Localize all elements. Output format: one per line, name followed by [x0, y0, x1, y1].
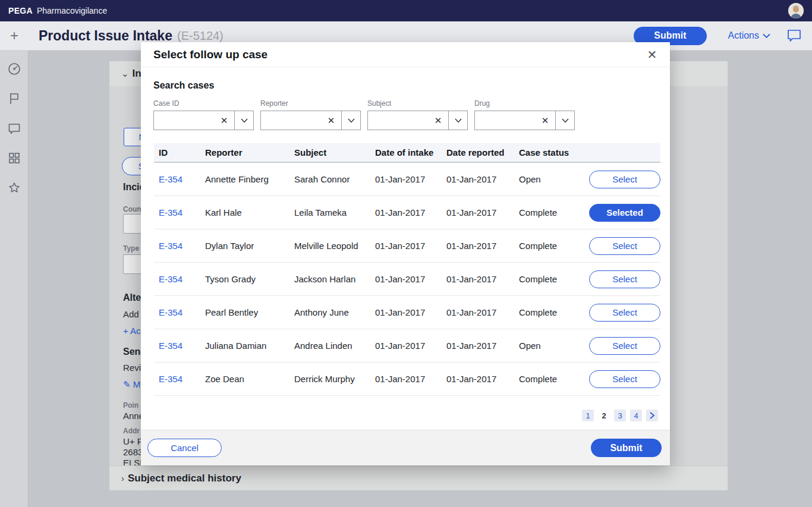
section-title: In: [133, 68, 141, 80]
case-id-link[interactable]: E-354: [159, 207, 182, 218]
select-button[interactable]: Select: [589, 237, 660, 255]
date-reported-cell: 01-Jan-2017: [446, 374, 519, 384]
star-icon[interactable]: [8, 181, 21, 194]
comments-icon[interactable]: [787, 29, 801, 42]
table-row: E-354 Dylan Taylor Melville Leopold 01-J…: [154, 229, 660, 263]
filter-label: Case ID: [153, 99, 254, 108]
case-id-cell: E-354: [159, 207, 205, 218]
filter-label: Subject: [367, 99, 468, 108]
select-follow-up-case-modal: Select follow up case ✕ Search cases Cas…: [141, 42, 670, 465]
case-id-input[interactable]: [154, 111, 214, 130]
date-of-intake-cell: 01-Jan-2017: [375, 274, 446, 284]
page-3-button[interactable]: 3: [614, 410, 626, 421]
case-id-cell: E-354: [159, 274, 205, 284]
table-row: E-354 Tyson Grady Jackson Harlan 01-Jan-…: [154, 263, 660, 296]
case-status-cell: Complete: [519, 241, 588, 251]
select-button[interactable]: Select: [589, 171, 660, 188]
cases-table: ID Reporter Subject Date of intake Date …: [154, 143, 660, 396]
reporter-input[interactable]: [261, 111, 321, 130]
address-line-2: 2683: [123, 447, 143, 457]
filter-reporter: Reporter ✕: [260, 99, 361, 130]
add-tab-icon[interactable]: +: [0, 27, 29, 44]
select-button[interactable]: Select: [589, 370, 660, 388]
table-row: E-354 Karl Hale Leila Tameka 01-Jan-2017…: [154, 196, 660, 229]
subject-cell: Leila Tameka: [294, 207, 375, 218]
dropdown-chevron-icon[interactable]: [341, 111, 360, 130]
col-header-date-reported: Date reported: [446, 147, 519, 158]
date-of-intake-cell: 01-Jan-2017: [375, 307, 446, 317]
case-id-link[interactable]: E-354: [159, 274, 182, 284]
gauge-icon[interactable]: [8, 62, 21, 75]
app-name: Pharmacovigilance: [37, 6, 107, 15]
col-header-date-of-intake: Date of intake: [375, 147, 446, 158]
pagination: 1 2 3 4: [153, 410, 658, 421]
type-label: Type: [123, 244, 139, 253]
case-id-link[interactable]: E-354: [159, 241, 182, 251]
add-action-link[interactable]: + Ac: [123, 326, 141, 336]
reporter-cell: Karl Hale: [205, 207, 294, 218]
close-icon[interactable]: ✕: [644, 46, 660, 63]
address-label: Addr: [123, 427, 140, 435]
case-id-link[interactable]: E-354: [159, 307, 182, 317]
grid-icon[interactable]: [8, 152, 21, 165]
table-row: E-354 Juliana Damian Andrea Linden 01-Ja…: [154, 329, 660, 363]
table-row: E-354 Zoe Dean Derrick Murphy 01-Jan-201…: [154, 363, 660, 396]
case-id-link[interactable]: E-354: [159, 341, 182, 351]
select-button[interactable]: Select: [589, 337, 660, 355]
date-reported-cell: 01-Jan-2017: [446, 241, 519, 251]
filter-label: Reporter: [260, 99, 361, 108]
top-app-bar: PEGA Pharmacovigilance: [0, 0, 812, 21]
case-status-cell: Complete: [519, 374, 588, 384]
alternate-heading: Alte: [123, 292, 141, 303]
next-page-icon[interactable]: [646, 410, 658, 421]
reporter-cell: Pearl Bentley: [205, 307, 294, 317]
comment-icon[interactable]: [8, 122, 21, 135]
clear-icon[interactable]: ✕: [428, 111, 448, 130]
section-header-subject-medical-history[interactable]: › Subject medical history: [109, 465, 728, 490]
page-title: Product Issue Intake: [39, 28, 172, 44]
dropdown-chevron-icon[interactable]: [234, 111, 253, 130]
select-button[interactable]: Select: [589, 270, 660, 288]
page-1-button[interactable]: 1: [582, 410, 594, 421]
date-of-intake-cell: 01-Jan-2017: [375, 174, 446, 184]
cancel-button[interactable]: Cancel: [147, 439, 222, 457]
reporter-cell: Juliana Damian: [205, 341, 294, 351]
review-text: Revi: [123, 363, 141, 373]
modal-submit-button[interactable]: Submit: [591, 439, 662, 457]
date-of-intake-cell: 01-Jan-2017: [375, 341, 446, 351]
table-row: E-354 Annette Finberg Sarah Connor 01-Ja…: [154, 163, 660, 196]
drug-input[interactable]: [475, 111, 535, 130]
select-button[interactable]: Select: [589, 304, 660, 322]
filter-subject: Subject ✕: [367, 99, 468, 130]
case-id-link[interactable]: E-354: [159, 374, 182, 384]
clear-icon[interactable]: ✕: [214, 111, 234, 130]
page-2-current: 2: [598, 410, 610, 421]
date-reported-cell: 01-Jan-2017: [446, 307, 519, 317]
case-id-cell: E-354: [159, 307, 205, 317]
brand-logo: PEGA: [8, 6, 33, 15]
clear-icon[interactable]: ✕: [321, 111, 341, 130]
flag-icon[interactable]: [8, 92, 21, 105]
clear-icon[interactable]: ✕: [535, 111, 555, 130]
subject-input[interactable]: [368, 111, 428, 130]
subject-cell: Derrick Murphy: [294, 374, 375, 384]
modal-body: Search cases Case ID ✕ Reporter ✕: [141, 67, 670, 430]
case-id-link[interactable]: E-354: [159, 174, 182, 184]
case-status-cell: Complete: [519, 274, 588, 284]
col-header-case-status: Case status: [519, 147, 588, 158]
case-status-cell: Complete: [519, 207, 588, 218]
country-label: Coun: [123, 205, 141, 213]
case-id-badge: (E-5124): [177, 29, 224, 43]
edit-link[interactable]: ✎ M: [123, 379, 140, 390]
dropdown-chevron-icon[interactable]: [448, 111, 467, 130]
selected-button[interactable]: Selected: [589, 204, 660, 222]
filter-case-id: Case ID ✕: [153, 99, 254, 130]
modal-title: Select follow up case: [153, 48, 644, 61]
dropdown-chevron-icon[interactable]: [555, 111, 574, 130]
user-avatar[interactable]: [788, 3, 804, 18]
page-4-button[interactable]: 4: [630, 410, 642, 421]
col-header-subject: Subject: [294, 147, 375, 158]
actions-menu[interactable]: Actions: [728, 30, 770, 41]
left-navigation-rail: [0, 51, 29, 507]
search-cases-heading: Search cases: [153, 80, 660, 91]
